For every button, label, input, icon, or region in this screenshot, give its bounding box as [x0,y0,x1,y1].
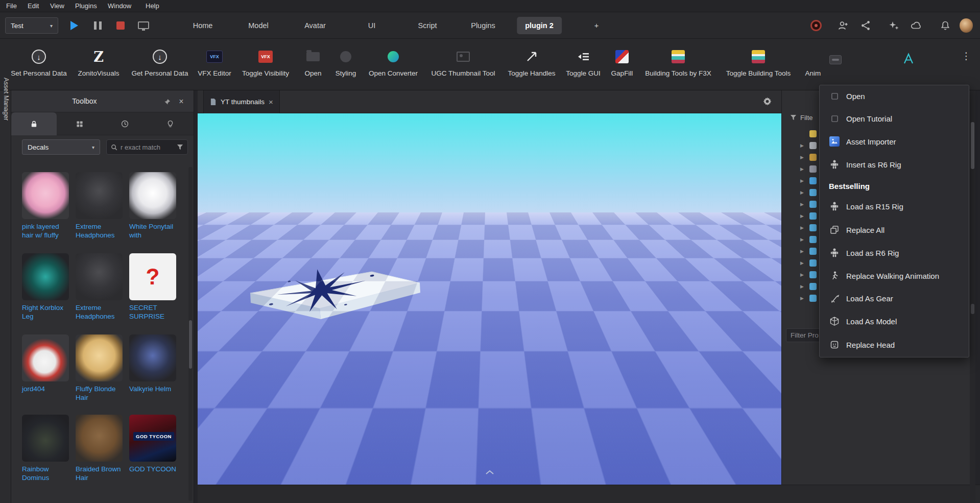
asset-label[interactable]: pink layered hair w/ fluffy [22,223,71,240]
expand-arrow-icon[interactable]: ▶ [800,296,807,301]
tab-add-button[interactable]: + [594,12,599,39]
client-view-icon[interactable] [138,21,149,29]
tab-script[interactable]: Script [418,12,437,39]
toolbox-asset[interactable]: Extreme Headphones [76,172,127,240]
notifications-bell-icon[interactable] [939,19,952,32]
stop-button[interactable] [116,21,125,30]
close-tab-icon[interactable]: × [269,98,273,106]
asset-manager-strip[interactable] [0,90,11,503]
asset-thumbnail[interactable]: ? [129,253,176,300]
tab-home[interactable]: Home [193,12,213,39]
menu-item-load-r6-rig[interactable]: Load as R6 Rig [820,244,969,261]
tab-avatar[interactable]: Avatar [304,12,326,39]
expand-arrow-icon[interactable]: ▶ [800,272,807,277]
close-icon[interactable]: × [176,97,186,107]
toolbox-asset[interactable]: jord404 [22,334,73,394]
search-input[interactable] [121,143,174,151]
expand-arrow-icon[interactable]: ▶ [800,166,807,172]
asset-label[interactable]: Rainbow Dominus [22,465,71,483]
toolbox-asset[interactable]: Valkyrie Helm [129,334,180,394]
menu-view[interactable]: View [48,0,66,12]
ribbon-ugc-thumbnail-tool[interactable]: UGC Thumbnail Tool [425,39,501,77]
asset-thumbnail[interactable] [76,253,123,300]
asset-thumbnail[interactable] [129,172,176,219]
user-avatar[interactable] [960,19,973,32]
ribbon-building-tools-f3x[interactable]: Building Tools by F3X [640,39,716,77]
tab-inventory[interactable] [57,112,102,135]
menu-item-replace-walking-animation[interactable]: Replace Walking Animation [820,267,969,284]
explorer-scrollbar[interactable] [970,90,975,503]
menu-item-asset-importer[interactable]: Asset Importer [820,133,969,150]
asset-label[interactable]: Braided Brown Hair [76,465,125,483]
menu-edit[interactable]: Edit [26,0,41,12]
test-mode-dropdown[interactable]: Test ▾ [5,17,58,34]
tab-model[interactable]: Model [248,12,269,39]
viewport-settings-gear-icon[interactable] [762,97,772,106]
explorer-filter[interactable]: Filte [790,114,813,122]
expand-arrow-icon[interactable]: ▶ [800,260,807,266]
asset-manager-label[interactable]: Asset Manager [3,78,10,121]
menu-plugins[interactable]: Plugins [73,0,99,12]
3d-scene[interactable] [198,113,781,485]
overflow-menu-icon[interactable]: ⋮ [960,49,973,62]
tab-recent[interactable] [102,112,148,135]
menu-item-open[interactable]: Open [820,87,969,105]
add-collaborator-icon[interactable] [836,19,850,32]
menu-item-load-r15-rig[interactable]: Load as R15 Rig [820,198,969,215]
play-button[interactable] [70,21,78,30]
asset-thumbnail[interactable] [22,253,69,300]
cloud-sync-icon[interactable] [910,19,923,32]
toolbox-asset[interactable]: Braided Brown Hair [76,415,127,483]
expand-arrow-icon[interactable]: ▶ [800,155,807,160]
toolbox-asset[interactable]: Rainbow Dominus [22,415,73,483]
expand-arrow-icon[interactable]: ▶ [800,190,807,195]
toolbox-asset[interactable]: ? SECRET SURPRISE [129,253,180,321]
teal-plugin-icon[interactable] [902,52,915,65]
tab-plugin-2[interactable]: plugin 2 [517,17,562,34]
tab-marketplace[interactable] [11,112,57,135]
menu-item-load-as-model[interactable]: Load As Model [820,313,969,330]
toolbox-scrollbar[interactable] [188,167,193,501]
toolbox-asset[interactable]: GOD TYCOON GOD TYCOON [129,415,180,474]
asset-label[interactable]: Valkyrie Helm [129,385,178,394]
record-status-icon[interactable] [809,19,823,32]
asset-label[interactable]: White Ponytail with [129,223,178,240]
expand-arrow-icon[interactable]: ▶ [800,225,807,230]
expand-arrow-icon[interactable]: ▶ [800,178,807,183]
category-dropdown[interactable]: Decals ▾ [22,139,100,155]
asset-label[interactable]: Extreme Headphones [76,223,125,240]
asset-thumbnail[interactable] [22,334,69,381]
menu-item-load-as-gear[interactable]: Load As Gear [820,290,969,307]
menu-item-open-tutorial[interactable]: Open Tutorial [820,110,969,127]
expand-arrow-icon[interactable]: ▶ [800,237,807,242]
pin-icon[interactable] [162,97,172,107]
toolbox-asset[interactable]: White Ponytail with [129,172,180,240]
menu-help[interactable]: Help [144,0,161,12]
menu-item-replace-head[interactable]: Replace Head [820,336,969,353]
asset-label[interactable]: Fluffy Blonde Hair [76,385,125,402]
asset-thumbnail[interactable] [76,172,123,219]
filter-funnel-icon[interactable] [177,144,183,151]
asset-thumbnail[interactable] [76,415,123,462]
platform-part[interactable] [244,265,438,331]
toolbox-asset[interactable]: Fluffy Blonde Hair [76,334,127,402]
asset-label[interactable]: SECRET SURPRISE [129,304,178,321]
share-icon[interactable] [859,19,872,32]
asset-thumbnail[interactable] [22,415,69,462]
toolbox-asset[interactable]: Extreme Headphones [76,253,127,321]
assistant-sparkle-icon[interactable] [887,19,900,32]
collapse-chevron-icon[interactable] [485,470,494,475]
asset-thumbnail[interactable] [76,334,123,381]
menu-file[interactable]: File [4,0,19,12]
asset-label[interactable]: Extreme Headphones [76,304,125,321]
expand-arrow-icon[interactable]: ▶ [800,249,807,254]
asset-label[interactable]: Right Korblox Leg [22,304,71,321]
toolbox-searchbox[interactable] [106,139,188,155]
disabled-plugin-icon[interactable] [829,53,842,66]
viewport-tab-yt-thumbnails[interactable]: YT thumbnails × [203,90,280,113]
tab-creations[interactable] [148,112,193,135]
toolbox-asset[interactable]: pink layered hair w/ fluffy [22,172,73,240]
menu-item-replace-all[interactable]: Replace All [820,221,969,238]
menu-window[interactable]: Window [106,0,133,12]
toolbox-asset[interactable]: Right Korblox Leg [22,253,73,321]
